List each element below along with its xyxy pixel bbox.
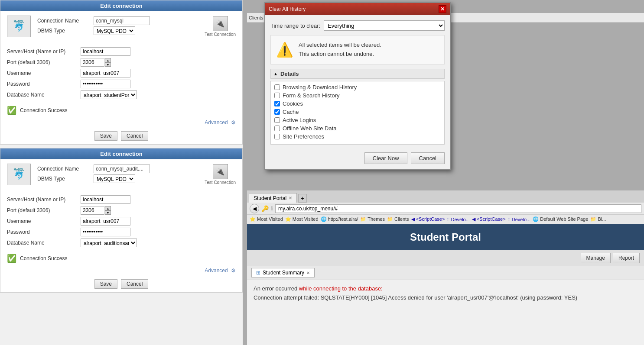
password-input-2[interactable] — [81, 228, 130, 236]
checkbox-cache-label: Cache — [283, 109, 299, 115]
checkbox-site-prefs: Site Preferences — [274, 133, 441, 140]
username-input-2[interactable] — [81, 217, 130, 226]
bm2-test-alra[interactable]: 🌐 http://test.alra/ — [321, 216, 358, 222]
student-portal-tab[interactable]: Student Portal ✕ — [249, 193, 297, 203]
checkbox-offline-input[interactable] — [274, 126, 280, 131]
advanced-link-2[interactable]: Advanced — [205, 268, 228, 274]
time-range-select[interactable]: Last Hour Last Two Hours Last Four Hours… — [324, 20, 445, 31]
server-input-2[interactable] — [81, 195, 130, 204]
username-input-1[interactable] — [81, 69, 130, 77]
conn-name-input-2[interactable] — [94, 164, 150, 173]
portal-title: Student Portal — [410, 231, 481, 243]
port-spinner-1[interactable]: ▲ ▼ — [105, 58, 111, 67]
port-label-1: Port (default 3306) — [7, 59, 81, 65]
dbms-type-select-2[interactable]: MySQL PDO — [94, 174, 135, 183]
save-btn-1[interactable]: Save — [94, 131, 117, 141]
bm2-clients[interactable]: 📁 Clients — [387, 216, 409, 222]
cancel-btn-2[interactable]: Cancel — [121, 279, 148, 289]
port-spinner-2[interactable]: ▲ ▼ — [105, 206, 111, 215]
checkbox-cache-input[interactable] — [274, 109, 280, 115]
checkbox-cookies: Cookies — [274, 100, 441, 107]
bm2-most-visited1[interactable]: ⭐ Most Visited — [250, 216, 283, 222]
report-btn[interactable]: Report — [613, 253, 640, 263]
student-summary-tab[interactable]: ⊞ Student Summary ✕ — [251, 268, 315, 277]
edit-connection-2: Edit connection MySQL 🐬 Connection Name — [0, 148, 243, 293]
key-icon: 🔑 — [261, 205, 269, 212]
dialog-cancel-btn[interactable]: Cancel — [411, 152, 445, 164]
database-select-2[interactable]: alraport_auditionsample — [81, 239, 137, 247]
edit-connection-title-2: Edit connection — [100, 151, 143, 157]
back-btn[interactable]: ◀ — [250, 204, 259, 213]
username-label-1: Username — [7, 70, 81, 76]
bookmark-clients[interactable]: Clients — [249, 15, 263, 20]
bm2-develo1[interactable]: :: Develo... — [447, 217, 470, 222]
bm2-sc2[interactable]: ◀ <ScriptCase> — [472, 216, 506, 222]
checkbox-list: Browsing & Download History Form & Searc… — [270, 81, 445, 145]
bm2-sc1[interactable]: ◀ <ScriptCase> — [411, 216, 445, 222]
checkbox-offline-label: Offline Web Site Data — [283, 125, 337, 132]
bm2-overflow[interactable]: 📁 Bl... — [590, 216, 606, 222]
checkbox-offline: Offline Web Site Data — [274, 125, 441, 132]
warning-box: ⚠️ All selected items will be cleared. T… — [270, 35, 445, 64]
dialog-body: Time range to clear: Last Hour Last Two … — [265, 15, 450, 169]
bm2-most-visited2[interactable]: ⭐ Most Visited — [285, 216, 319, 222]
clear-now-btn[interactable]: Clear Now — [364, 152, 407, 164]
bm2-develo2[interactable]: :: Develo... — [508, 217, 531, 222]
tab-close-btn[interactable]: ✕ — [289, 196, 292, 200]
checkbox-active-logins-input[interactable] — [274, 117, 280, 123]
port-input-1[interactable] — [81, 58, 104, 67]
checkbox-cookies-input[interactable] — [274, 101, 280, 106]
advanced-link-1[interactable]: Advanced — [205, 119, 228, 126]
dialog-buttons: Clear Now Cancel — [270, 149, 445, 164]
error-message-area: An error occurred while connecting to th… — [247, 280, 644, 307]
cancel-btn-1[interactable]: Cancel — [121, 131, 148, 141]
success-text-2: Connection Success — [20, 255, 67, 261]
password-label-1: Password — [7, 81, 81, 87]
checkbox-cookies-label: Cookies — [283, 100, 303, 107]
checkbox-browsing: Browsing & Download History — [274, 84, 441, 90]
manage-btn[interactable]: Manage — [581, 253, 611, 263]
new-tab-btn[interactable]: + — [298, 194, 307, 203]
warning-text: All selected items will be cleared. This… — [299, 41, 381, 59]
clear-history-dialog-overlay: Clear All History ✕ Time range to clear:… — [264, 2, 481, 170]
bm2-themes[interactable]: 📁 Themes — [360, 216, 385, 222]
database-select-1[interactable]: alraport_studentPortal — [81, 90, 137, 99]
test-connection-btn-2[interactable]: 🔌 Test Connection — [205, 164, 236, 185]
checkbox-browsing-input[interactable] — [274, 84, 280, 90]
edit-connection-1: Edit connection MySQL 🐬 Connection Name — [0, 0, 243, 145]
checkbox-site-prefs-input[interactable] — [274, 134, 280, 139]
tab-label: Student Portal — [254, 195, 286, 201]
lower-browser: Student Portal ✕ + ◀ 🔑 ℹ ⭐ Most Visited … — [247, 190, 644, 345]
student-summary-tab-icon: ⊞ — [256, 270, 260, 276]
port-input-2[interactable] — [81, 206, 104, 215]
save-btn-2[interactable]: Save — [94, 279, 117, 289]
address-input[interactable] — [275, 204, 641, 213]
conn-name-label-2: Connection Name — [37, 166, 94, 172]
success-checkmark-1: ✅ — [7, 106, 16, 115]
details-header[interactable]: ▲ Details — [270, 69, 445, 79]
student-summary-tab-close[interactable]: ✕ — [306, 271, 310, 275]
time-range-row: Time range to clear: Last Hour Last Two … — [270, 20, 445, 31]
checkbox-form-input[interactable] — [274, 93, 280, 98]
server-label-1: Server/Host (Name or IP) — [7, 48, 81, 55]
details-chevron-icon: ▲ — [273, 71, 278, 76]
conn-name-input-1[interactable] — [94, 16, 150, 25]
dialog-titlebar: Clear All History ✕ — [265, 3, 450, 15]
server-label-2: Server/Host (Name or IP) — [7, 197, 81, 203]
checkbox-form-search: Form & Search History — [274, 92, 441, 99]
dbms-type-select-1[interactable]: MySQL PDO — [94, 26, 135, 35]
dialog-close-btn[interactable]: ✕ — [439, 5, 446, 13]
checkbox-browsing-label: Browsing & Download History — [283, 84, 357, 90]
edit-connection-header-2: Edit connection — [0, 148, 242, 159]
bm2-default-web[interactable]: 🌐 Default Web Site Page — [533, 216, 588, 222]
password-input-1[interactable] — [81, 80, 130, 88]
bookmarks-bar-2: ⭐ Most Visited ⭐ Most Visited 🌐 http://t… — [247, 215, 644, 224]
warning-icon: ⚠️ — [276, 42, 293, 58]
server-input-1[interactable] — [81, 47, 130, 56]
conn-fields-1: Connection Name DBMS Type MySQL PDO — [37, 16, 200, 36]
test-connection-btn-1[interactable]: 🔌 Test Connection — [205, 16, 236, 37]
advanced-icon-1: ⚙ — [231, 119, 236, 126]
student-portal-content: Student Portal Manage Report ⊞ Student S… — [247, 224, 644, 307]
mysql-logo-2: MySQL 🐬 — [7, 164, 31, 185]
student-summary-tab-label: Student Summary — [263, 270, 304, 276]
